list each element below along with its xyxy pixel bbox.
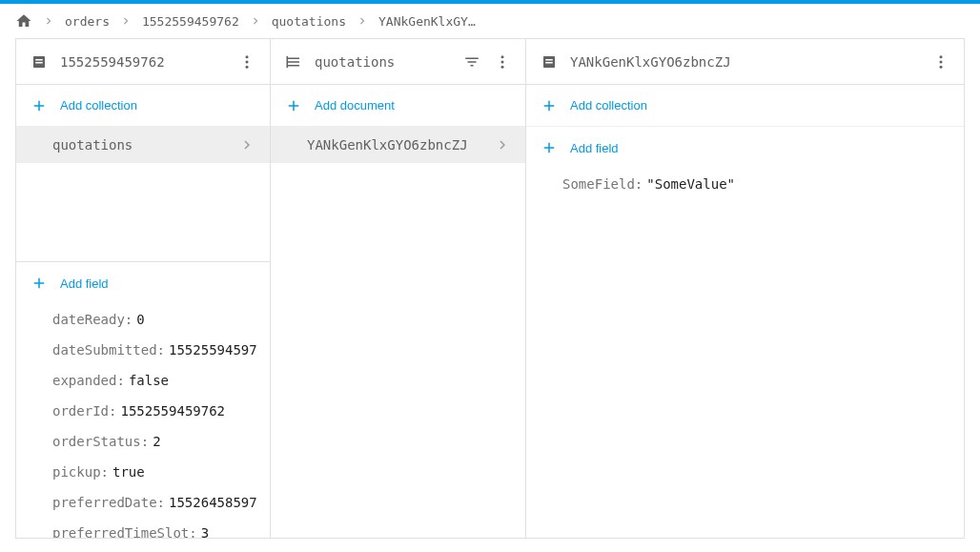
more-vert-icon — [932, 53, 949, 71]
pane-title: YANkGenKlxGYO6zbncZJ — [570, 54, 926, 70]
colon: : — [109, 403, 116, 419]
subdocument-pane: YANkGenKlxGYO6zbncZJ Add collection Add … — [526, 38, 965, 539]
field-row[interactable]: orderId:1552559459762 — [16, 396, 270, 426]
pane-header-document: 1552559459762 — [16, 39, 270, 85]
svg-point-0 — [246, 55, 249, 58]
field-value: 2 — [153, 434, 160, 449]
field-key: dateReady — [52, 312, 125, 327]
field-key: SomeField — [562, 176, 635, 192]
field-row[interactable]: expanded:false — [16, 365, 270, 396]
field-key: orderStatus — [52, 434, 141, 449]
field-key: dateSubmitted — [52, 342, 157, 358]
colon: : — [125, 312, 133, 327]
fields-list: SomeField:"SomeValue" — [526, 169, 964, 199]
filter-button[interactable] — [457, 47, 487, 77]
colon: : — [141, 434, 149, 449]
document-item[interactable]: YANkGenKlxGYO6zbncZJ — [271, 127, 525, 163]
field-value: 15526458597 — [169, 495, 257, 510]
field-row[interactable]: SomeField:"SomeValue" — [526, 169, 964, 199]
breadcrumb-document-id[interactable]: 1552559459762 — [142, 14, 239, 29]
more-vert-icon — [494, 53, 511, 71]
add-document-button[interactable]: Add document — [271, 85, 525, 127]
fields-scroll[interactable]: dateReady:0dateSubmitted:15525594597expa… — [16, 304, 270, 538]
svg-point-5 — [501, 65, 504, 68]
plus-icon — [540, 138, 559, 157]
chevron-right-icon — [249, 14, 262, 28]
field-row[interactable]: dateReady:0 — [16, 304, 270, 335]
spacer — [16, 163, 270, 261]
breadcrumb-document-truncated[interactable]: YANkGenKlxGY… — [378, 14, 476, 29]
field-row[interactable]: orderStatus:2 — [16, 426, 270, 457]
add-field-button[interactable]: Add field — [16, 262, 270, 304]
field-row[interactable]: preferredTimeSlot:3 — [16, 518, 270, 538]
add-document-label: Add document — [315, 98, 395, 112]
pane-title: quotations — [315, 54, 457, 70]
colon: : — [157, 495, 165, 510]
document-pane: 1552559459762 Add collection quotations — [15, 38, 271, 539]
chevron-right-icon — [42, 14, 55, 28]
collection-pane: quotations Add document YANkGenKlxGYO6zb… — [271, 38, 526, 539]
plus-icon — [284, 96, 303, 115]
field-value: 1552559459762 — [120, 403, 225, 419]
field-key: preferredTimeSlot — [52, 525, 189, 538]
add-collection-button[interactable]: Add collection — [526, 85, 964, 127]
filter-list-icon — [463, 53, 480, 71]
field-row[interactable]: dateSubmitted:15525594597 — [16, 335, 270, 365]
field-value: 0 — [136, 312, 144, 327]
breadcrumb-orders[interactable]: orders — [65, 14, 110, 29]
document-item-label: YANkGenKlxGYO6zbncZJ — [307, 137, 493, 153]
svg-point-3 — [501, 55, 504, 58]
colon: : — [116, 373, 124, 388]
add-field-label: Add field — [570, 141, 619, 155]
collection-item-quotations[interactable]: quotations — [16, 127, 270, 163]
document-icon — [30, 52, 49, 72]
chevron-right-icon — [356, 14, 369, 28]
field-value: true — [112, 464, 145, 480]
collection-item-label: quotations — [52, 137, 237, 153]
add-collection-button[interactable]: Add collection — [16, 85, 270, 127]
collection-menu-button[interactable] — [487, 47, 518, 77]
field-value: 15525594597 — [169, 342, 257, 358]
home-icon[interactable] — [15, 12, 32, 30]
svg-point-8 — [940, 65, 943, 68]
svg-point-2 — [246, 65, 249, 68]
plus-icon — [30, 96, 49, 115]
field-key: pickup — [52, 464, 101, 480]
svg-point-6 — [940, 55, 943, 58]
add-collection-label: Add collection — [60, 98, 137, 112]
add-field-label: Add field — [60, 276, 109, 291]
colon: : — [101, 464, 109, 480]
breadcrumb: orders 1552559459762 quotations YANkGenK… — [0, 4, 980, 38]
plus-icon — [540, 96, 559, 115]
chevron-right-icon — [119, 14, 133, 28]
field-value: 3 — [201, 525, 209, 538]
colon: : — [157, 342, 165, 358]
field-key: orderId — [52, 403, 109, 419]
horizontal-scrollbar[interactable] — [15, 539, 965, 552]
document-icon — [540, 52, 559, 72]
document-list: YANkGenKlxGYO6zbncZJ — [271, 127, 525, 163]
subdocument-menu-button[interactable] — [926, 47, 956, 77]
pane-header-collection: quotations — [271, 39, 525, 85]
more-vert-icon — [238, 53, 255, 71]
document-menu-button[interactable] — [232, 47, 262, 77]
field-key: expanded — [52, 373, 116, 388]
field-row[interactable]: preferredDate:15526458597 — [16, 487, 270, 518]
collection-list: quotations — [16, 127, 270, 163]
fields-section: Add field dateReady:0dateSubmitted:15525… — [16, 261, 270, 538]
plus-icon — [30, 274, 49, 293]
svg-point-1 — [246, 60, 249, 63]
breadcrumb-quotations[interactable]: quotations — [272, 14, 346, 29]
field-value: false — [129, 373, 169, 388]
pane-header-subdocument: YANkGenKlxGYO6zbncZJ — [526, 39, 964, 85]
add-collection-label: Add collection — [570, 98, 647, 112]
svg-point-7 — [940, 60, 943, 63]
field-key: preferredDate — [52, 495, 157, 510]
field-row[interactable]: pickup:true — [16, 457, 270, 487]
pane-title: 1552559459762 — [60, 54, 232, 70]
colon: : — [189, 525, 196, 538]
svg-point-4 — [501, 60, 504, 63]
collection-icon — [284, 52, 303, 72]
field-value: "SomeValue" — [646, 176, 735, 192]
add-field-button[interactable]: Add field — [526, 127, 964, 169]
